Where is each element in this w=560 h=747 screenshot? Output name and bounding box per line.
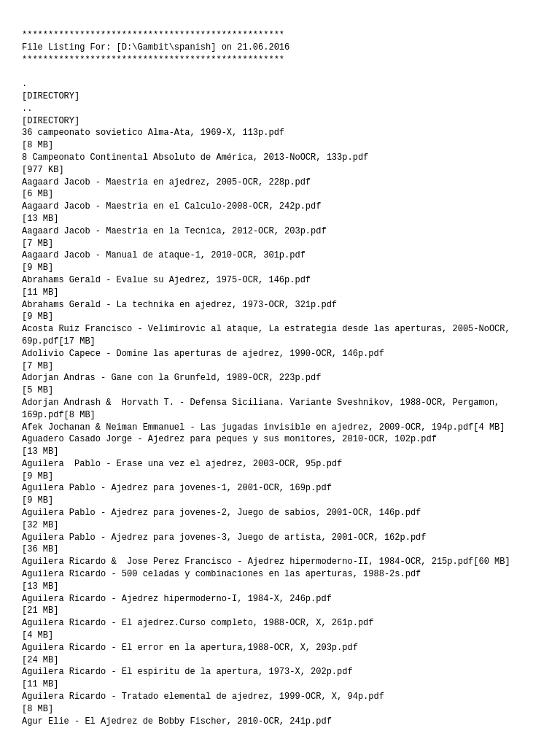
file-listing: ****************************************… (22, 29, 538, 727)
